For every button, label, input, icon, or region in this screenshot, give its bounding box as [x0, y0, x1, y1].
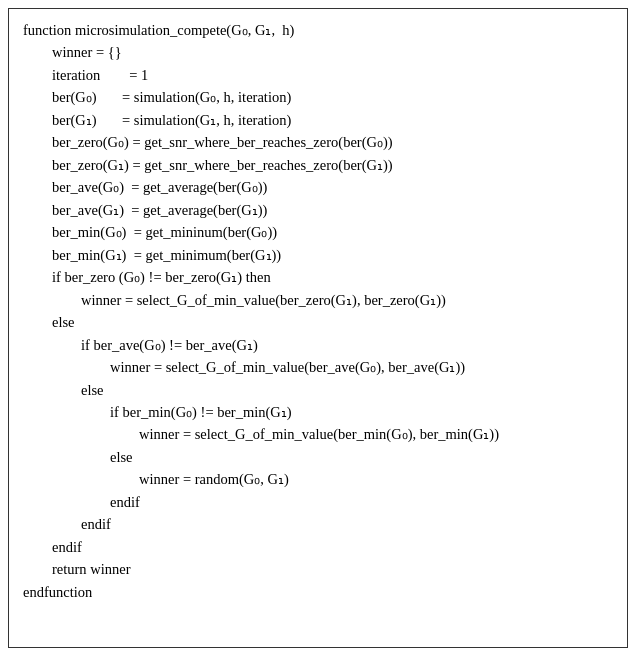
code-line: winner = select_G_of_min_value(ber_ave(G…: [23, 356, 613, 378]
code-line: ber_ave(G₀) = get_average(ber(G₀)): [23, 176, 613, 198]
code-line: if ber_zero (G₀) != ber_zero(G₁) then: [23, 266, 613, 288]
code-line: endif: [23, 513, 613, 535]
code-line: else: [23, 446, 613, 468]
code-line: ber_min(G₀) = get_mininum(ber(G₀)): [23, 221, 613, 243]
code-line: ber_min(G₁) = get_minimum(ber(G₁)): [23, 244, 613, 266]
code-line: endif: [23, 536, 613, 558]
code-line: iteration = 1: [23, 64, 613, 86]
code-line: winner = select_G_of_min_value(ber_zero(…: [23, 289, 613, 311]
code-line: if ber_min(G₀) != ber_min(G₁): [23, 401, 613, 423]
code-block: function microsimulation_compete(G₀, G₁,…: [8, 8, 628, 648]
code-line: ber_ave(G₁) = get_average(ber(G₁)): [23, 199, 613, 221]
code-line: endfunction: [23, 581, 613, 603]
code-line: winner = random(G₀, G₁): [23, 468, 613, 490]
code-line: endif: [23, 491, 613, 513]
code-line: winner = select_G_of_min_value(ber_min(G…: [23, 423, 613, 445]
code-line: else: [23, 379, 613, 401]
code-line: return winner: [23, 558, 613, 580]
code-line: function microsimulation_compete(G₀, G₁,…: [23, 19, 613, 41]
code-line: ber_zero(G₀) = get_snr_where_ber_reaches…: [23, 131, 613, 153]
code-line: ber_zero(G₁) = get_snr_where_ber_reaches…: [23, 154, 613, 176]
code-line: ber(G₁) = simulation(G₁, h, iteration): [23, 109, 613, 131]
code-line: ber(G₀) = simulation(G₀, h, iteration): [23, 86, 613, 108]
code-line: else: [23, 311, 613, 333]
code-line: if ber_ave(G₀) != ber_ave(G₁): [23, 334, 613, 356]
code-line: winner = {}: [23, 41, 613, 63]
